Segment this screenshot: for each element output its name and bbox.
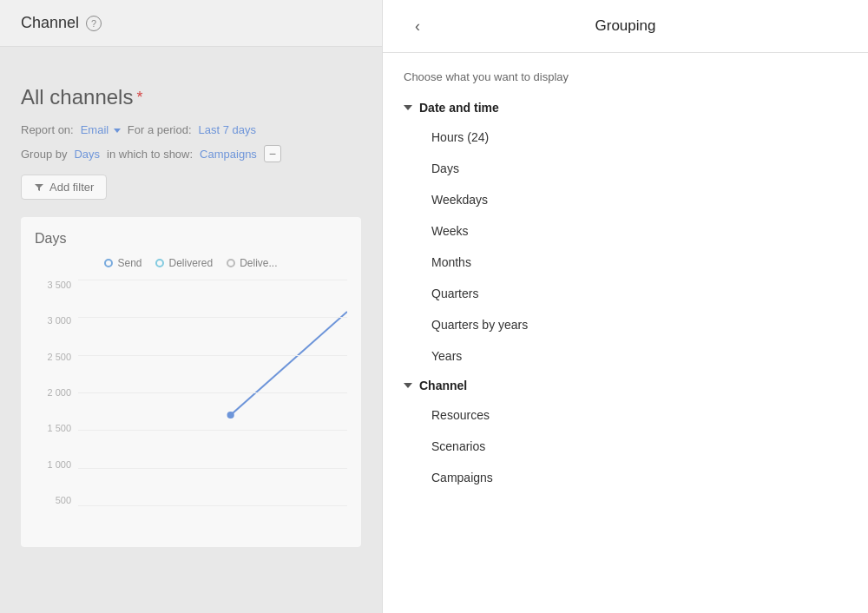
report-on-row: Report on: Email For a period: Last 7 da…	[21, 123, 361, 136]
section-items-channel: Resources Scenarios Campaigns	[404, 399, 847, 493]
group-by-label: Group by	[21, 148, 67, 161]
show-value[interactable]: Campaigns	[200, 148, 257, 161]
chart-section: Days Send Delivered Delive... 3 500	[21, 217, 361, 547]
item-days[interactable]: Days	[421, 153, 847, 184]
collapse-arrow-channel	[404, 383, 412, 388]
email-dropdown[interactable]: Email	[81, 123, 121, 136]
item-years[interactable]: Years	[421, 340, 847, 372]
item-resources[interactable]: Resources	[421, 399, 847, 431]
drawer-header: ‹ Grouping	[383, 0, 868, 53]
item-months[interactable]: Months	[421, 247, 847, 278]
item-hours-24[interactable]: Hours (24)	[421, 122, 847, 153]
section-title-channel: Channel	[419, 379, 467, 392]
grid-line-6	[78, 468, 347, 469]
add-filter-button[interactable]: Add filter	[21, 175, 107, 200]
item-weeks[interactable]: Weeks	[421, 215, 847, 247]
for-a-period-label: For a period:	[128, 123, 192, 136]
group-section-date-and-time: Date and time Hours (24) Days Weekdays W…	[404, 101, 847, 372]
drawer-body: Choose what you want to display Date and…	[383, 53, 868, 517]
choose-label: Choose what you want to display	[404, 70, 847, 83]
legend-send: Send	[104, 257, 141, 269]
legend-delivered: Delivered	[155, 257, 213, 269]
chart-point-1	[227, 412, 234, 419]
section-items-date-and-time: Hours (24) Days Weekdays Weeks Months Qu…	[404, 122, 847, 372]
legend-delive: Delive...	[227, 257, 277, 269]
section-header-channel[interactable]: Channel	[404, 379, 847, 392]
item-campaigns[interactable]: Campaigns	[421, 462, 847, 493]
group-by-row: Group by Days in which to show: Campaign…	[21, 145, 361, 162]
grid-line-3	[78, 355, 347, 356]
legend-dot-delive	[227, 259, 235, 267]
report-on-label: Report on:	[21, 123, 74, 136]
y-axis-labels: 3 500 3 000 2 500 2 000 1 500 1 000 500	[35, 280, 78, 505]
item-quarters-by-years[interactable]: Quarters by years	[421, 309, 847, 340]
grouping-drawer: ‹ Grouping Choose what you want to displ…	[382, 0, 868, 613]
funnel-icon	[34, 182, 44, 193]
item-quarters[interactable]: Quarters	[421, 278, 847, 309]
grid-line-5	[78, 430, 347, 431]
help-icon[interactable]: ?	[86, 16, 102, 31]
legend-dot-send	[104, 259, 113, 267]
grid-line-2	[78, 317, 347, 318]
item-scenarios[interactable]: Scenarios	[421, 431, 847, 462]
remove-filter-btn[interactable]: −	[264, 145, 281, 162]
chart-area: 3 500 3 000 2 500 2 000 1 500 1 000 500	[35, 280, 347, 523]
grid-line-1	[78, 280, 347, 280]
in-which-to-show-label: in which to show:	[107, 148, 193, 161]
channel-header: Channel ?	[0, 0, 382, 47]
email-dropdown-arrow	[114, 129, 121, 133]
section-title-date-and-time: Date and time	[419, 101, 499, 115]
group-section-channel: Channel Resources Scenarios Campaigns	[404, 379, 847, 493]
item-weekdays[interactable]: Weekdays	[421, 184, 847, 215]
chart-plot	[78, 280, 347, 505]
channel-title: Channel	[21, 14, 79, 32]
chart-title: Days	[35, 231, 347, 247]
group-by-value[interactable]: Days	[74, 148, 100, 161]
back-button[interactable]: ‹	[404, 12, 431, 40]
collapse-arrow-date-and-time	[404, 105, 412, 110]
left-background-panel: Channel ? All channels * Report on: Emai…	[0, 0, 382, 613]
all-channels-heading: All channels *	[21, 85, 361, 109]
period-value[interactable]: Last 7 days	[199, 123, 257, 136]
drawer-title: Grouping	[431, 17, 819, 35]
required-asterisk: *	[136, 89, 142, 107]
section-header-date-and-time[interactable]: Date and time	[404, 101, 847, 115]
chart-legend: Send Delivered Delive...	[35, 257, 347, 269]
grid-line-4	[78, 392, 347, 393]
grid-line-7	[78, 505, 347, 506]
legend-dot-delivered	[155, 259, 164, 267]
